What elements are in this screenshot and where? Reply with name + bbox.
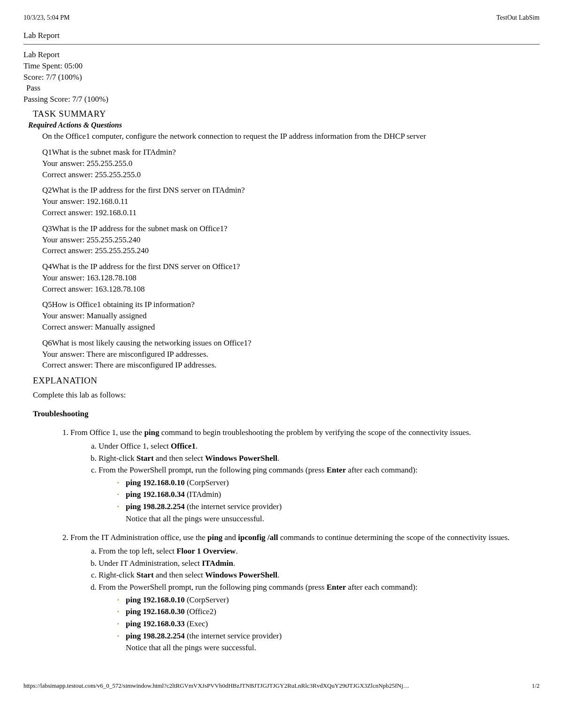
correct-answer: Correct answer: There are misconfigured … (42, 360, 540, 371)
bullets-list: ping 192.168.0.10 (CorpServer) ping 192.… (117, 594, 540, 642)
bullet-item: ping 198.28.2.254 (the internet service … (117, 630, 540, 642)
divider (23, 44, 540, 45)
score: Score: 7/7 (100%) (23, 72, 540, 83)
question-text: Q1What is the subnet mask for ITAdmin? (42, 147, 540, 158)
datetime: 10/3/23, 5:04 PM (23, 14, 69, 22)
question-block: Q6What is most likely causing the networ… (42, 338, 540, 371)
your-answer: Your answer: 192.168.0.11 (42, 196, 540, 207)
time-spent: Time Spent: 05:00 (23, 60, 540, 72)
app-title: TestOut LabSim (496, 14, 540, 22)
summary-title: Lab Report (23, 49, 540, 60)
task-summary-title: TASK SUMMARY (33, 109, 540, 119)
steps-list: From Office 1, use the ping command to b… (61, 427, 540, 654)
explanation-intro: Complete this lab as follows: (33, 390, 540, 400)
substeps-list: Under Office 1, select Office1. Right-cl… (89, 441, 540, 525)
footer-page: 1/2 (532, 682, 540, 690)
your-answer: Your answer: 255.255.255.240 (42, 234, 540, 246)
substep: Under IT Administration, select ITAdmin. (99, 558, 540, 570)
correct-answer: Correct answer: 192.168.0.11 (42, 207, 540, 218)
substep: From the PowerShell prompt, run the foll… (99, 465, 540, 525)
correct-answer: Correct answer: 255.255.255.0 (42, 169, 540, 180)
question-block: Q5How is Office1 obtaining its IP inform… (42, 299, 540, 332)
page-footer: https://labsimapp.testout.com/v6_0_572/s… (23, 682, 540, 690)
question-block: Q2What is the IP address for the first D… (42, 185, 540, 218)
page-title: Lab Report (23, 31, 540, 40)
question-text: Q3What is the IP address for the subnet … (42, 223, 540, 234)
your-answer: Your answer: Manually assigned (42, 310, 540, 322)
question-block: Q4What is the IP address for the first D… (42, 261, 540, 294)
your-answer: Your answer: There are misconfigured IP … (42, 349, 540, 360)
report-summary: Lab Report Time Spent: 05:00 Score: 7/7 … (23, 49, 540, 105)
correct-answer: Correct answer: 255.255.255.240 (42, 245, 540, 256)
footer-url: https://labsimapp.testout.com/v6_0_572/s… (23, 682, 409, 690)
bullet-item: ping 198.28.2.254 (the internet service … (117, 501, 540, 513)
question-text: Q2What is the IP address for the first D… (42, 185, 540, 196)
troubleshooting-title: Troubleshooting (33, 409, 540, 419)
substep: From the PowerShell prompt, run the foll… (99, 582, 540, 654)
step-note: Notice that all the pings were unsuccess… (126, 513, 540, 525)
bullet-item: ping 192.168.0.30 (Office2) (117, 606, 540, 618)
substep: Right-click Start and then select Window… (99, 453, 540, 465)
question-text: Q4What is the IP address for the first D… (42, 261, 540, 272)
substep: From the top left, select Floor 1 Overvi… (99, 546, 540, 557)
correct-answer: Correct answer: 163.128.78.108 (42, 284, 540, 295)
your-answer: Your answer: 255.255.255.0 (42, 158, 540, 169)
required-actions-title: Required Actions & Questions (28, 121, 540, 129)
bullet-item: ping 192.168.0.10 (CorpServer) (117, 477, 540, 489)
question-block: Q1What is the subnet mask for ITAdmin? Y… (42, 147, 540, 180)
question-text: Q6What is most likely causing the networ… (42, 338, 540, 349)
step-item: From the IT Administration office, use t… (70, 532, 540, 653)
step-item: From Office 1, use the ping command to b… (70, 427, 540, 525)
bullet-item: ping 192.168.0.10 (CorpServer) (117, 594, 540, 606)
bullet-item: ping 192.168.0.34 (ITAdmin) (117, 489, 540, 501)
status: Pass (23, 83, 540, 94)
your-answer: Your answer: 163.128.78.108 (42, 272, 540, 284)
passing-score: Passing Score: 7/7 (100%) (23, 94, 540, 105)
substep: Right-click Start and then select Window… (99, 570, 540, 581)
step-note: Notice that all the pings were successfu… (126, 642, 540, 654)
question-block: Q3What is the IP address for the subnet … (42, 223, 540, 256)
correct-answer: Correct answer: Manually assigned (42, 322, 540, 333)
substep: Under Office 1, select Office1. (99, 441, 540, 452)
question-text: Q5How is Office1 obtaining its IP inform… (42, 299, 540, 310)
page-header: 10/3/23, 5:04 PM TestOut LabSim (23, 14, 540, 22)
substeps-list: From the top left, select Floor 1 Overvi… (89, 546, 540, 654)
bullets-list: ping 192.168.0.10 (CorpServer) ping 192.… (117, 477, 540, 513)
explanation-title: EXPLANATION (33, 375, 540, 386)
bullet-item: ping 192.168.0.33 (Exec) (117, 618, 540, 630)
required-action: On the Office1 computer, configure the n… (42, 131, 540, 142)
